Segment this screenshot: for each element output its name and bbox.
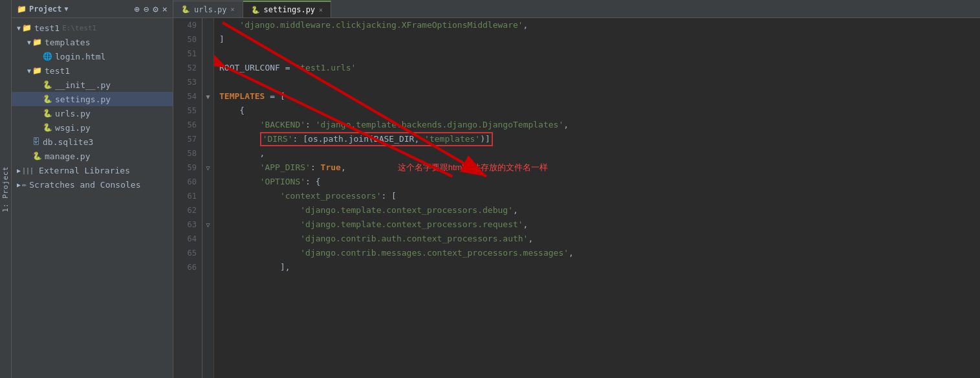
tab-bar: 🐍 urls.py × 🐍 settings.py × — [173, 0, 980, 18]
code-line-65: 'django.contrib.messages.context_process… — [219, 246, 980, 260]
project-panel: 📁 Project ▼ ⊕ ⊖ ⚙ × ▼ 📁 test1 E:\test1 ▼… — [12, 0, 173, 378]
tree-item-wsgi-py[interactable]: ▶ 🐍 wsgi.py — [12, 120, 173, 135]
gutter: ▼ ▽ ▽ — [202, 18, 214, 378]
scratches-label: Scratches and Consoles — [29, 180, 140, 190]
code-line-56: 'BACKEND': 'django.template.backends.dja… — [219, 118, 980, 132]
tab-settings-py[interactable]: 🐍 settings.py × — [243, 1, 332, 17]
tree-item-external-libs[interactable]: ▶ ||| External Libraries — [12, 163, 173, 177]
code-content[interactable]: 'django.middleware.clickjacking.XFrameOp… — [214, 18, 980, 378]
tree-item-scratches[interactable]: ▶ ✏ Scratches and Consoles — [12, 177, 173, 192]
code-line-64: 'django.contrib.auth.context_processors.… — [219, 232, 980, 246]
code-line-54: TEMPLATES = [ — [219, 89, 980, 104]
init-py-label: __init__.py — [55, 80, 111, 90]
folder-icon: 📁 — [17, 5, 27, 14]
tab-urls-py[interactable]: 🐍 urls.py × — [173, 1, 243, 17]
urls-py-tab-icon: 🐍 — [181, 5, 190, 14]
code-line-52: ROOT_URLCONF = 'test1.urls' — [219, 61, 980, 75]
vertical-panel-label: 1: Project — [1, 166, 10, 212]
test1-folder-label: test1 — [45, 66, 70, 76]
root-path: E:\test1 — [62, 24, 96, 32]
code-line-51 — [219, 47, 980, 61]
code-line-61: 'context_processors': [ — [219, 189, 980, 203]
tree-item-manage-py[interactable]: ▶ 🐍 manage.py — [12, 149, 173, 163]
annotation-text: 这个名字要跟html文件存放的文件名一样 — [398, 161, 549, 175]
code-line-59: 'APP_DIRS': True, 这个名字要跟html文件存放的文件名一样 — [219, 161, 980, 175]
code-line-58: , — [219, 146, 980, 161]
settings-icon[interactable]: ⚙ — [153, 4, 158, 14]
close-urls-py-tab[interactable]: × — [231, 6, 235, 13]
tree-item-templates[interactable]: ▼ 📁 templates — [12, 35, 173, 49]
code-line-53 — [219, 75, 980, 89]
tree-item-login-html[interactable]: ▶ 🌐 login.html — [12, 49, 173, 63]
code-line-60: 'OPTIONS': { — [219, 175, 980, 189]
tree-root[interactable]: ▼ 📁 test1 E:\test1 — [12, 21, 173, 35]
line-numbers: 49 50 51 52 53 54 55 56 57 58 59 60 61 6… — [173, 18, 202, 378]
panel-title: Project — [29, 5, 62, 14]
settings-py-tab-icon: 🐍 — [251, 6, 260, 14]
manage-py-label: manage.py — [45, 151, 90, 161]
code-line-55: { — [219, 104, 980, 118]
urls-py-label: urls.py — [55, 109, 91, 118]
code-line-66: ], — [219, 260, 980, 274]
code-area: 49 50 51 52 53 54 55 56 57 58 59 60 61 6… — [173, 18, 980, 378]
tree-item-settings-py[interactable]: ▶ 🐍 settings.py — [12, 92, 173, 106]
tree-item-test1-folder[interactable]: ▼ 📁 test1 — [12, 63, 173, 78]
external-libs-label: External Libraries — [39, 166, 130, 175]
close-panel-icon[interactable]: × — [162, 4, 168, 14]
tree-item-init-py[interactable]: ▶ 🐍 __init__.py — [12, 78, 173, 92]
file-tree: ▼ 📁 test1 E:\test1 ▼ 📁 templates ▶ 🌐 log… — [12, 18, 173, 378]
code-line-57: 'DIRS': [os.path.join(BASE_DIR, 'templat… — [219, 132, 980, 146]
db-sqlite3-label: db.sqlite3 — [43, 137, 93, 147]
close-settings-py-tab[interactable]: × — [319, 6, 323, 14]
templates-folder-label: templates — [45, 38, 90, 47]
panel-dropdown-arrow[interactable]: ▼ — [65, 5, 69, 12]
code-line-50: ] — [219, 32, 980, 47]
root-label: test1 — [34, 23, 60, 33]
tab-urls-py-label: urls.py — [194, 5, 227, 14]
code-line-63: 'django.template.context_processors.requ… — [219, 217, 980, 232]
project-panel-header: 📁 Project ▼ ⊕ ⊖ ⚙ × — [12, 0, 173, 18]
login-html-label: login.html — [55, 52, 105, 61]
collapse-icon[interactable]: ⊖ — [144, 4, 149, 14]
add-icon[interactable]: ⊕ — [134, 4, 139, 14]
settings-py-label: settings.py — [55, 94, 111, 104]
wsgi-py-label: wsgi.py — [55, 123, 91, 133]
tab-settings-py-label: settings.py — [264, 5, 315, 14]
code-line-49: 'django.middleware.clickjacking.XFrameOp… — [219, 18, 980, 32]
tree-item-db-sqlite3[interactable]: ▶ 🗄 db.sqlite3 — [12, 135, 173, 149]
tree-item-urls-py[interactable]: ▶ 🐍 urls.py — [12, 106, 173, 120]
editor-area: 🐍 urls.py × 🐍 settings.py × 49 50 51 52 … — [173, 0, 980, 378]
code-line-62: 'django.template.context_processors.debu… — [219, 203, 980, 217]
